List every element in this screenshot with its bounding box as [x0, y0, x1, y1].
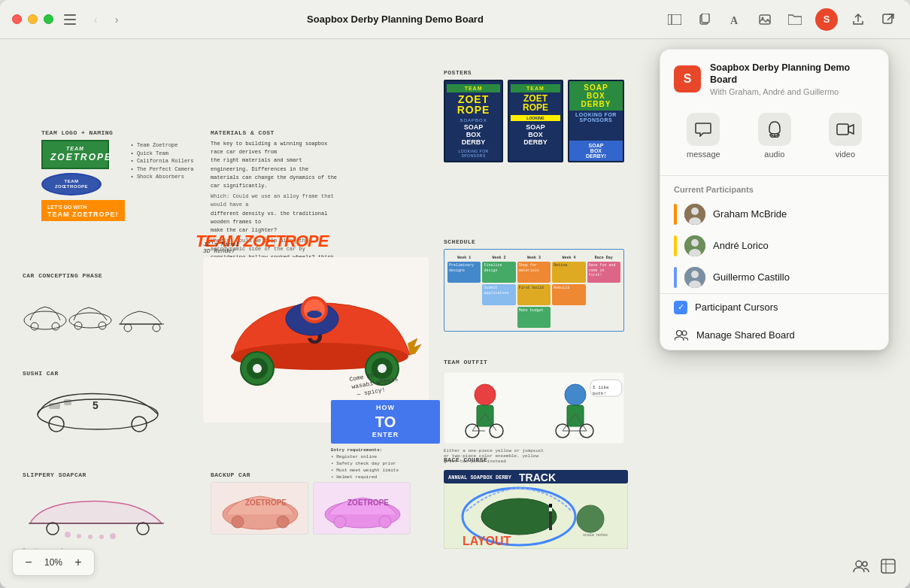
svg-point-28	[77, 534, 81, 538]
svg-rect-88	[567, 405, 584, 426]
poster-2: TEAM ZOETROPE LOOKING SOAPBOXDERBY	[508, 80, 563, 162]
svg-point-17	[124, 324, 132, 332]
svg-rect-1	[64, 19, 76, 20]
people-icon[interactable]	[851, 556, 871, 576]
sidebar-toggle-button[interactable]	[62, 12, 77, 27]
team-zoetrope-logo-green: TEAM ZOETROPE	[41, 140, 109, 169]
panel-button[interactable]	[665, 10, 684, 29]
schedule-week2: Week 2	[482, 256, 515, 260]
message-action-button[interactable]: message	[675, 107, 733, 165]
popup-header: S Soapbox Derby Planning Demo Board With…	[660, 50, 888, 107]
outfit-illustration: I like both!	[444, 372, 624, 444]
andre-name: André Lorico	[713, 240, 769, 251]
participants-title: Current Participants	[660, 176, 888, 199]
svg-point-104	[577, 505, 604, 532]
svg-point-27	[65, 532, 71, 538]
participant-guillermo[interactable]: Guillermo Castillo	[660, 262, 888, 293]
svg-text:ANNUAL SOAPBOX DERBY: ANNUAL SOAPBOX DERBY	[448, 474, 512, 480]
text-button[interactable]: A	[725, 10, 745, 29]
participant-cursors-row[interactable]: ✓ Participant Cursors	[660, 294, 888, 321]
svg-point-75	[232, 516, 244, 528]
svg-point-119	[691, 271, 699, 278]
message-label: message	[687, 150, 720, 159]
audio-icon	[758, 113, 791, 146]
svg-text:both!: both!	[593, 391, 606, 396]
svg-point-80	[334, 516, 346, 528]
schedule-cell-1-1: Preliminarydesigns	[447, 262, 481, 283]
svg-point-116	[691, 239, 699, 247]
andre-indicator	[674, 235, 677, 256]
schedule-title: SCHEDULE	[444, 238, 628, 245]
svg-rect-6	[702, 14, 709, 23]
video-action-button[interactable]: video	[817, 107, 874, 165]
window: ‹ › Soapbox Derby Planning Demo Board A	[0, 0, 910, 588]
schedule-cell-2-4: Rebuild	[552, 284, 585, 305]
svg-rect-23	[49, 403, 60, 409]
message-icon	[687, 113, 720, 146]
svg-rect-2	[64, 23, 76, 25]
posters-title: POSTERS	[444, 69, 624, 76]
svg-text:ZOETROPE: ZOETROPE	[347, 499, 389, 507]
slippery-title: SLIPPERY SOAPCAR	[23, 471, 196, 478]
back-button[interactable]: ‹	[86, 11, 105, 29]
schedule-cell-2-5	[587, 284, 620, 305]
car-sketches	[23, 283, 188, 343]
svg-rect-10	[883, 14, 892, 23]
svg-text:I like: I like	[593, 385, 609, 390]
sushi-car-sketch: 5	[23, 380, 173, 437]
bottom-right-actions	[851, 556, 898, 576]
close-button[interactable]	[12, 14, 22, 24]
share-button[interactable]	[848, 10, 868, 29]
sushi-car-title: SUSHI CAR	[23, 370, 196, 377]
schedule-cell-3-1	[447, 307, 481, 328]
svg-point-14	[69, 313, 111, 328]
svg-point-30	[99, 535, 104, 539]
svg-text:ZOETROPE: ZOETROPE	[245, 499, 287, 507]
audio-action-button[interactable]: audio	[746, 107, 803, 165]
svg-point-121	[677, 330, 682, 335]
team-zoetrope-logo-blue: TEAMZOŒTROOPE	[41, 173, 102, 195]
image-button[interactable]	[755, 10, 775, 29]
3d-render-section: JZ's Final3D Render	[203, 235, 436, 423]
svg-rect-24	[64, 399, 71, 405]
zoom-toolbar: − 10% +	[12, 549, 95, 576]
folder-button[interactable]	[785, 10, 805, 29]
video-label: video	[836, 150, 855, 159]
svg-point-76	[277, 516, 289, 528]
popup-board-title: Soapbox Derby Planning Demo Board	[710, 62, 875, 86]
external-link-button[interactable]	[878, 10, 898, 29]
schedule-cell-1-3: Shop formaterials	[517, 262, 551, 283]
collaboration-popup: S Soapbox Derby Planning Demo Board With…	[660, 49, 889, 350]
user-avatar-button[interactable]: S	[815, 8, 838, 31]
team-logo-section: TEAM LOGO + NAMING TEAM ZOETROPE TEAMZOŒ…	[41, 129, 207, 221]
participant-andre[interactable]: André Lorico	[660, 230, 888, 262]
svg-text:5: 5	[93, 399, 99, 411]
svg-rect-102	[549, 508, 552, 511]
svg-point-99	[481, 499, 557, 535]
schedule-cell-3-3: Make budget	[517, 307, 551, 328]
forward-button[interactable]: ›	[108, 11, 126, 29]
svg-point-12	[31, 323, 38, 330]
manage-shared-board-row[interactable]: Manage Shared Board	[660, 321, 888, 350]
race-course-title: RACE COURSE	[444, 456, 632, 463]
copy-button[interactable]	[695, 10, 714, 29]
svg-point-31	[110, 533, 116, 539]
participant-graham[interactable]: Graham McBride	[660, 199, 888, 230]
schedule-week4: Week 4	[552, 256, 585, 260]
zoom-out-button[interactable]: −	[20, 554, 37, 571]
svg-text:A: A	[730, 15, 739, 26]
graham-avatar	[684, 204, 705, 225]
maximize-button[interactable]	[44, 14, 53, 24]
audio-label: audio	[764, 150, 784, 159]
titlebar-actions: A S	[665, 8, 898, 31]
grid-view-button[interactable]	[878, 556, 898, 576]
minimize-button[interactable]	[28, 14, 38, 24]
svg-rect-101	[549, 504, 552, 508]
zoom-in-button[interactable]: +	[70, 554, 86, 571]
backup-car-title: BACKUP CAR	[211, 471, 432, 478]
svg-point-13	[52, 323, 59, 330]
race-course-section: RACE COURSE ANNUAL SOAPBOX DERBY TRACK	[444, 456, 632, 552]
svg-point-83	[475, 384, 496, 405]
svg-rect-84	[477, 405, 493, 426]
nav-buttons: ‹ ›	[86, 11, 126, 29]
